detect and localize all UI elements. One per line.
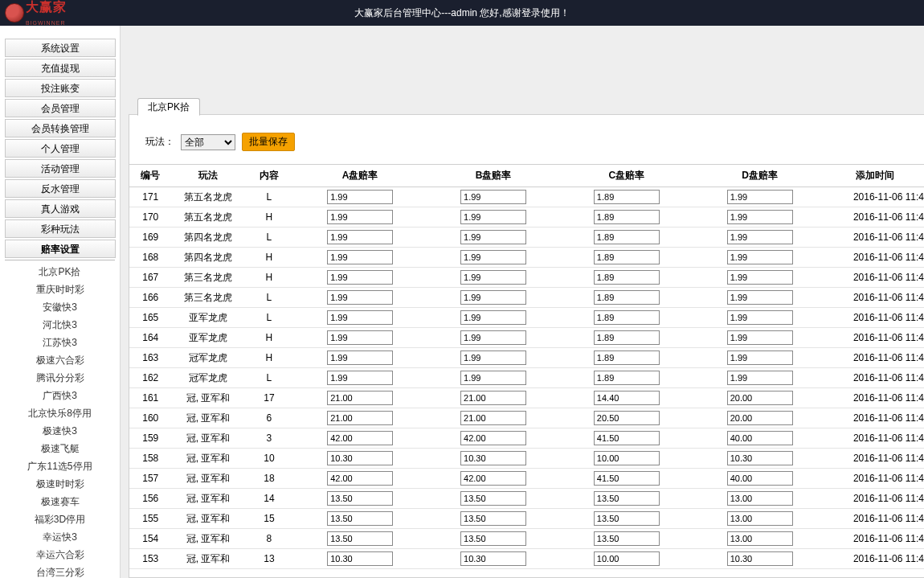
d-rate-input[interactable] xyxy=(727,330,793,345)
c-rate-input[interactable] xyxy=(594,290,660,305)
sidebar-sub-item[interactable]: 广东11选5停用 xyxy=(5,458,116,474)
c-rate-input[interactable] xyxy=(594,330,660,345)
sidebar-sub-item[interactable]: 幸运六合彩 xyxy=(5,547,116,563)
b-rate-input[interactable] xyxy=(460,431,526,445)
c-rate-input[interactable] xyxy=(594,350,660,365)
b-rate-input[interactable] xyxy=(460,411,526,425)
b-rate-input[interactable] xyxy=(460,330,526,345)
b-rate-input[interactable] xyxy=(460,511,526,526)
sidebar-sub-item[interactable]: 极速六合彩 xyxy=(5,352,116,368)
d-rate-input[interactable] xyxy=(727,230,793,244)
bulk-save-button[interactable]: 批量保存 xyxy=(242,133,295,151)
sidebar-sub-item[interactable]: 福彩3D停用 xyxy=(5,511,116,527)
d-rate-input[interactable] xyxy=(727,190,793,204)
a-rate-input[interactable] xyxy=(327,551,393,566)
sidebar-main-item[interactable]: 活动管理 xyxy=(5,159,116,178)
sidebar-sub-item[interactable]: 台湾三分彩 xyxy=(5,564,116,578)
sidebar-main-item[interactable]: 个人管理 xyxy=(5,139,116,158)
a-rate-input[interactable] xyxy=(327,230,393,244)
a-rate-input[interactable] xyxy=(327,270,393,285)
a-rate-input[interactable] xyxy=(327,451,393,465)
a-rate-input[interactable] xyxy=(327,391,393,405)
sidebar-main-item[interactable]: 充值提现 xyxy=(5,59,116,77)
d-rate-input[interactable] xyxy=(727,531,793,546)
tab-active[interactable]: 北京PK拾 xyxy=(137,98,200,116)
c-rate-input[interactable] xyxy=(594,230,660,244)
d-rate-input[interactable] xyxy=(727,350,793,365)
a-rate-input[interactable] xyxy=(327,511,393,526)
sidebar-main-item[interactable]: 彩种玩法 xyxy=(5,219,116,238)
d-rate-input[interactable] xyxy=(727,551,793,566)
sidebar-sub-item[interactable]: 极速快3 xyxy=(5,423,116,439)
a-rate-input[interactable] xyxy=(327,210,393,224)
b-rate-input[interactable] xyxy=(460,350,526,365)
d-rate-input[interactable] xyxy=(727,451,793,465)
b-rate-input[interactable] xyxy=(460,290,526,305)
c-rate-input[interactable] xyxy=(594,250,660,264)
c-rate-input[interactable] xyxy=(594,531,660,546)
sidebar-sub-item[interactable]: 广西快3 xyxy=(5,387,116,404)
sidebar-main-item[interactable]: 真人游戏 xyxy=(5,199,116,218)
b-rate-input[interactable] xyxy=(460,491,526,506)
c-rate-input[interactable] xyxy=(594,511,660,526)
a-rate-input[interactable] xyxy=(327,190,393,204)
a-rate-input[interactable] xyxy=(327,431,393,445)
c-rate-input[interactable] xyxy=(594,210,660,224)
sidebar-sub-item[interactable]: 极速时时彩 xyxy=(5,476,116,492)
sidebar-main-item[interactable]: 系统设置 xyxy=(5,39,116,57)
d-rate-input[interactable] xyxy=(727,491,793,506)
b-rate-input[interactable] xyxy=(460,451,526,465)
a-rate-input[interactable] xyxy=(327,471,393,486)
a-rate-input[interactable] xyxy=(327,371,393,385)
a-rate-input[interactable] xyxy=(327,350,393,365)
sidebar-sub-item[interactable]: 江苏快3 xyxy=(5,334,116,350)
d-rate-input[interactable] xyxy=(727,210,793,224)
a-rate-input[interactable] xyxy=(327,250,393,264)
b-rate-input[interactable] xyxy=(460,190,526,204)
sidebar-main-item[interactable]: 会员管理 xyxy=(5,99,116,117)
d-rate-input[interactable] xyxy=(727,391,793,405)
c-rate-input[interactable] xyxy=(594,310,660,325)
c-rate-input[interactable] xyxy=(594,371,660,385)
logo[interactable]: 大赢家 BIGWINNER xyxy=(0,0,67,27)
c-rate-input[interactable] xyxy=(594,431,660,445)
sidebar-sub-item[interactable]: 河北快3 xyxy=(5,317,116,333)
d-rate-input[interactable] xyxy=(727,511,793,526)
d-rate-input[interactable] xyxy=(727,411,793,425)
b-rate-input[interactable] xyxy=(460,250,526,264)
c-rate-input[interactable] xyxy=(594,451,660,465)
b-rate-input[interactable] xyxy=(460,551,526,566)
d-rate-input[interactable] xyxy=(727,431,793,445)
sidebar-sub-item[interactable]: 腾讯分分彩 xyxy=(5,370,116,386)
b-rate-input[interactable] xyxy=(460,531,526,546)
d-rate-input[interactable] xyxy=(727,290,793,305)
b-rate-input[interactable] xyxy=(460,230,526,244)
c-rate-input[interactable] xyxy=(594,491,660,506)
a-rate-input[interactable] xyxy=(327,290,393,305)
sidebar-sub-item[interactable]: 安徽快3 xyxy=(5,299,116,315)
c-rate-input[interactable] xyxy=(594,471,660,486)
d-rate-input[interactable] xyxy=(727,471,793,486)
sidebar-main-item[interactable]: 投注账变 xyxy=(5,79,116,97)
d-rate-input[interactable] xyxy=(727,310,793,325)
b-rate-input[interactable] xyxy=(460,310,526,325)
a-rate-input[interactable] xyxy=(327,491,393,506)
c-rate-input[interactable] xyxy=(594,190,660,204)
b-rate-input[interactable] xyxy=(460,270,526,285)
c-rate-input[interactable] xyxy=(594,551,660,566)
b-rate-input[interactable] xyxy=(460,391,526,405)
a-rate-input[interactable] xyxy=(327,411,393,425)
sidebar-sub-item[interactable]: 北京快乐8停用 xyxy=(5,405,116,421)
sidebar-sub-item[interactable]: 极速飞艇 xyxy=(5,441,116,457)
d-rate-input[interactable] xyxy=(727,371,793,385)
b-rate-input[interactable] xyxy=(460,371,526,385)
sidebar-sub-item[interactable]: 极速赛车 xyxy=(5,494,116,510)
d-rate-input[interactable] xyxy=(727,270,793,285)
sidebar-main-item[interactable]: 反水管理 xyxy=(5,179,116,198)
b-rate-input[interactable] xyxy=(460,471,526,486)
a-rate-input[interactable] xyxy=(327,330,393,345)
d-rate-input[interactable] xyxy=(727,250,793,264)
a-rate-input[interactable] xyxy=(327,310,393,325)
c-rate-input[interactable] xyxy=(594,391,660,405)
sidebar-sub-item[interactable]: 北京PK拾 xyxy=(5,264,116,280)
